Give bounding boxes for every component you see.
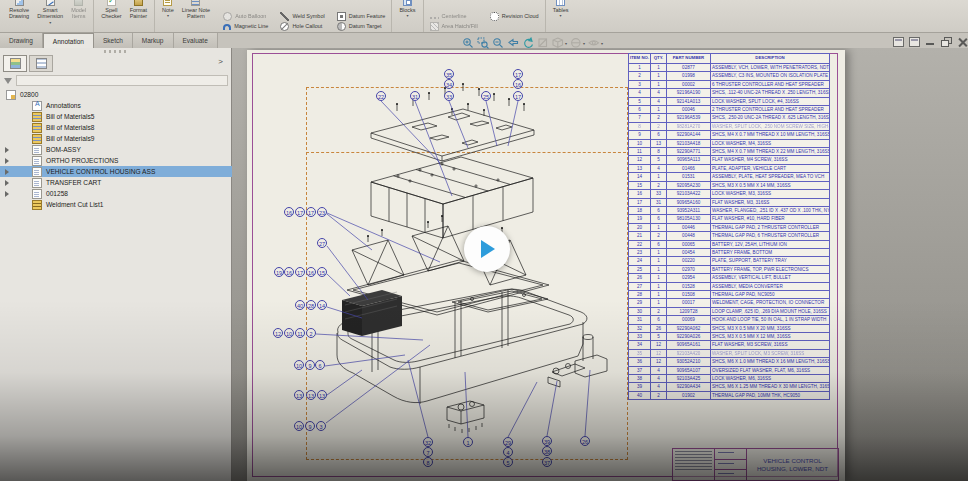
bom-cell[interactable]: 11: [629, 148, 651, 156]
balloon-10[interactable]: 10: [284, 328, 294, 338]
bom-cell[interactable]: 90965A113: [667, 156, 711, 164]
bom-cell[interactable]: ASSEMBLY, PLATE, HEAT SPREADER, MEA TO V…: [711, 173, 830, 181]
smart-button[interactable]: SmartDimension▾: [33, 0, 67, 32]
bom-cell[interactable]: 6: [651, 215, 667, 223]
bom-cell[interactable]: 1: [651, 265, 667, 273]
bom-row[interactable]: 18693952A311WASHER, FLANGED, .251 ID X .…: [629, 206, 830, 214]
bom-cell[interactable]: ASSEMBLY, VCH, LOWER, WITH PENETRATORS, …: [711, 64, 830, 72]
bom-cell[interactable]: 12: [651, 349, 667, 357]
balloon-25[interactable]: 25: [481, 91, 491, 101]
expand-arrow-icon[interactable]: [5, 158, 9, 164]
tree-item-ortho-projections[interactable]: ORTHO PROJECTIONS: [0, 155, 232, 166]
display-manager-tab[interactable]: [29, 55, 53, 72]
linear-note-button[interactable]: Linear NotePattern: [178, 0, 214, 32]
balloon-27[interactable]: 27: [317, 238, 327, 248]
bom-cell[interactable]: 01531: [667, 173, 711, 181]
bom-cell[interactable]: 33: [651, 190, 667, 198]
bom-cell[interactable]: 6: [651, 206, 667, 214]
bom-cell[interactable]: 16: [629, 190, 651, 198]
bom-row[interactable]: 29100017WELDMENT, CAGE, PROTECTION, IO C…: [629, 299, 830, 307]
bom-cell[interactable]: 6: [651, 131, 667, 139]
bom-cell[interactable]: 31: [629, 316, 651, 324]
bom-cell[interactable]: 24: [629, 257, 651, 265]
bom-cell[interactable]: 4: [651, 97, 667, 105]
hide-show-items-icon[interactable]: ▾: [588, 37, 603, 49]
bom-cell[interactable]: ASSEMBLY, C3 INS, MOUNTED ON ISOLATION P…: [711, 72, 830, 80]
bom-cell[interactable]: 22: [629, 240, 651, 248]
bom-cell[interactable]: 23: [629, 248, 651, 256]
balloon-14[interactable]: 14: [317, 300, 327, 310]
bom-cell[interactable]: 00017: [667, 299, 711, 307]
bom-cell[interactable]: 00046: [667, 106, 711, 114]
tables-button[interactable]: Tables▾: [549, 0, 573, 32]
balloon-6[interactable]: 6: [315, 360, 325, 370]
bom-row[interactable]: 27101528ASSEMBLY, MEDIA CONVERTER: [629, 282, 830, 290]
bom-cell[interactable]: 6: [651, 316, 667, 324]
bom-cell[interactable]: 00069: [667, 316, 711, 324]
bom-cell[interactable]: BATTERY, 12V, 25AH, LITHIUM ION: [711, 240, 830, 248]
bom-cell[interactable]: 25: [629, 265, 651, 273]
balloon-1[interactable]: 1: [463, 437, 473, 447]
tree-item-02800[interactable]: 02800: [0, 89, 232, 100]
bom-cell[interactable]: 38: [629, 375, 651, 383]
bom-cell[interactable]: 2: [629, 72, 651, 80]
bom-cell[interactable]: 92141A013: [667, 97, 711, 105]
bom-cell[interactable]: 2: [651, 232, 667, 240]
bom-cell[interactable]: 12: [651, 341, 667, 349]
bom-cell[interactable]: ASSEMBLY, VERTICAL LIFT, BULLET: [711, 274, 830, 282]
bom-cell[interactable]: OVERSIZED FLAT WASHER, FLAT, M6, 316SS: [711, 366, 830, 374]
balloon-28[interactable]: 28: [306, 300, 316, 310]
bom-cell[interactable]: WELDMENT, CAGE, PROTECTION, IO CONNECTOR: [711, 299, 830, 307]
bom-cell[interactable]: 27: [629, 282, 651, 290]
bom-row[interactable]: 22600065BATTERY, 12V, 25AH, LITHIUM ION: [629, 240, 830, 248]
bom-cell[interactable]: LOCK WASHER, M3, 316SS: [711, 190, 830, 198]
zoom-to-fit-icon[interactable]: [462, 37, 474, 49]
balloon-31[interactable]: 31: [410, 91, 420, 101]
balloon-15[interactable]: 15: [317, 267, 327, 277]
bom-cell[interactable]: 1209T28: [667, 307, 711, 315]
bom-row[interactable]: 25102970BATTERY FRAME, TOP, PWR ELECTRON…: [629, 265, 830, 273]
bom-row[interactable]: 1102877ASSEMBLY, VCH, LOWER, WITH PENETR…: [629, 64, 830, 72]
bom-cell[interactable]: SHCS, M4 X 0.7 MM THREAD X 22 MM LENGTH,…: [711, 148, 830, 156]
magnetic-line-button[interactable]: Magnetic Line: [220, 21, 271, 31]
bom-cell[interactable]: 9: [629, 131, 651, 139]
bom-cell[interactable]: 92095A230: [667, 181, 711, 189]
tree-item-bill-of-materials9[interactable]: Bill of Materials9: [0, 133, 232, 144]
balloon-16[interactable]: 16: [284, 207, 294, 217]
balloon-3[interactable]: 3: [316, 421, 326, 431]
area-hatch-fill-button[interactable]: Area Hatch/Fill: [427, 21, 481, 31]
datum-feature-button[interactable]: Datum Feature: [334, 11, 389, 21]
bom-cell[interactable]: LOCK WASHER, M4, 316SS: [711, 139, 830, 147]
bom-cell[interactable]: 15: [629, 181, 651, 189]
bom-cell[interactable]: 6: [629, 106, 651, 114]
bom-cell[interactable]: 93052A210: [667, 358, 711, 366]
resolve-button[interactable]: ResolveDrawing: [5, 0, 33, 32]
zoom-in-out-icon[interactable]: [492, 37, 504, 49]
bom-cell[interactable]: 33: [629, 333, 651, 341]
blocks-button[interactable]: Blocks▾: [395, 0, 419, 32]
bom-row[interactable]: 341290965A161FLAT WASHER, M3 SCREW, 316S…: [629, 341, 830, 349]
balloon-13[interactable]: 13: [306, 390, 316, 400]
bom-cell[interactable]: THERMAL GAP PAD, NC9050: [711, 290, 830, 298]
bom-cell[interactable]: FLAT WASHER, M3 SCREW, 316SS: [711, 341, 830, 349]
balloon-9[interactable]: 9: [305, 421, 315, 431]
bom-cell[interactable]: 00454: [667, 248, 711, 256]
bom-row[interactable]: 3021209T28LOOP CLAMP, .625 ID, .269 DIA …: [629, 307, 830, 315]
tree-item-weldment-cut-list1[interactable]: Weldment Cut List1: [0, 199, 232, 210]
bom-cell[interactable]: 13: [651, 139, 667, 147]
balloon-38[interactable]: 38: [542, 446, 552, 456]
bom-row[interactable]: 4492196A190SHCS, .112-40 UNC-2A THREAD X…: [629, 89, 830, 97]
bom-cell[interactable]: SHCS, M6 X 1.25 MM THREAD X 30 MM LENGTH…: [711, 383, 830, 391]
bom-cell[interactable]: 92103A418: [667, 139, 711, 147]
bom-cell[interactable]: 02877: [667, 64, 711, 72]
balloon-17[interactable]: 17: [295, 207, 305, 217]
bom-cell[interactable]: 1: [651, 282, 667, 290]
bom-row[interactable]: 13401466PLATE, ADAPTER, VEHICLE CART: [629, 164, 830, 172]
bom-cell[interactable]: PLATE, ADAPTER, VEHICLE CART: [711, 164, 830, 172]
bom-cell[interactable]: 12: [629, 156, 651, 164]
bom-cell[interactable]: 1: [651, 72, 667, 80]
bom-cell[interactable]: 12: [651, 358, 667, 366]
bom-cell[interactable]: 1: [651, 223, 667, 231]
balloon-40[interactable]: 40: [295, 300, 305, 310]
bom-row[interactable]: 101392103A418LOCK WASHER, M4, 316SS: [629, 139, 830, 147]
